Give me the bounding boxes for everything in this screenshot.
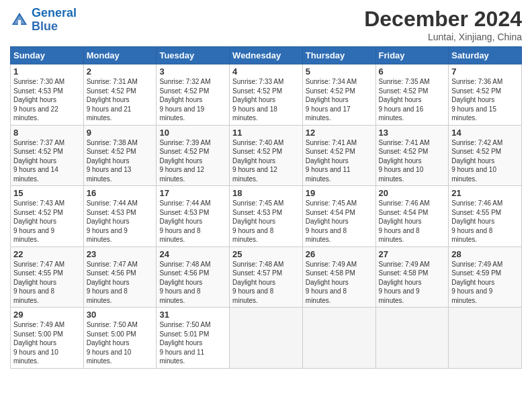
day-number: 21 [451, 188, 519, 198]
calendar-cell: 9 Sunrise: 7:38 AM Sunset: 4:52 PM Dayli… [83, 125, 157, 186]
calendar-week-4: 29 Sunrise: 7:49 AM Sunset: 5:00 PM Dayl… [11, 308, 522, 369]
day-info: Sunrise: 7:49 AM Sunset: 4:59 PM Dayligh… [451, 260, 519, 306]
calendar-cell: 16 Sunrise: 7:44 AM Sunset: 4:53 PM Dayl… [83, 186, 157, 247]
day-number: 28 [451, 249, 519, 259]
calendar-cell: 2 Sunrise: 7:31 AM Sunset: 4:52 PM Dayli… [83, 64, 157, 126]
day-number: 30 [87, 310, 154, 320]
day-info: Sunrise: 7:45 AM Sunset: 4:54 PM Dayligh… [306, 199, 373, 244]
col-friday: Friday [375, 47, 449, 64]
calendar-cell: 27 Sunrise: 7:49 AM Sunset: 4:58 PM Dayl… [375, 246, 449, 308]
calendar-cell: 3 Sunrise: 7:32 AM Sunset: 4:52 PM Dayli… [157, 64, 230, 126]
calendar-cell: 23 Sunrise: 7:47 AM Sunset: 4:56 PM Dayl… [83, 246, 157, 308]
logo-general: General [32, 6, 77, 19]
logo-icon [10, 11, 29, 30]
calendar-table: Sunday Monday Tuesday Wednesday Thursday… [10, 46, 522, 369]
day-number: 11 [232, 128, 300, 138]
day-number: 20 [379, 188, 446, 198]
calendar-cell: 6 Sunrise: 7:35 AM Sunset: 4:52 PM Dayli… [375, 64, 449, 126]
day-number: 29 [13, 310, 81, 320]
day-number: 3 [159, 66, 226, 77]
day-info: Sunrise: 7:38 AM Sunset: 4:52 PM Dayligh… [87, 138, 154, 184]
day-info: Sunrise: 7:42 AM Sunset: 4:52 PM Dayligh… [451, 138, 519, 184]
day-info: Sunrise: 7:40 AM Sunset: 4:52 PM Dayligh… [232, 138, 300, 184]
calendar-cell: 4 Sunrise: 7:33 AM Sunset: 4:52 PM Dayli… [230, 64, 303, 126]
day-info: Sunrise: 7:34 AM Sunset: 4:52 PM Dayligh… [306, 77, 373, 123]
col-sunday: Sunday [11, 47, 84, 64]
calendar-cell: 11 Sunrise: 7:40 AM Sunset: 4:52 PM Dayl… [230, 125, 303, 186]
col-saturday: Saturday [449, 47, 522, 64]
day-number: 27 [379, 249, 446, 259]
day-number: 6 [379, 66, 446, 77]
day-info: Sunrise: 7:44 AM Sunset: 4:53 PM Dayligh… [159, 199, 226, 244]
logo-blue: Blue [32, 19, 58, 33]
day-info: Sunrise: 7:48 AM Sunset: 4:57 PM Dayligh… [232, 260, 300, 306]
day-info: Sunrise: 7:49 AM Sunset: 4:58 PM Dayligh… [379, 260, 446, 306]
day-info: Sunrise: 7:47 AM Sunset: 4:55 PM Dayligh… [13, 260, 81, 306]
day-info: Sunrise: 7:39 AM Sunset: 4:52 PM Dayligh… [159, 138, 226, 184]
day-number: 12 [306, 128, 373, 138]
day-number: 18 [232, 188, 300, 198]
day-info: Sunrise: 7:46 AM Sunset: 4:55 PM Dayligh… [451, 199, 519, 244]
day-number: 22 [13, 249, 81, 259]
logo-text: General Blue [32, 7, 77, 34]
calendar-cell [375, 308, 449, 369]
svg-rect-2 [18, 20, 21, 25]
day-info: Sunrise: 7:37 AM Sunset: 4:52 PM Dayligh… [13, 138, 81, 184]
col-tuesday: Tuesday [157, 47, 230, 64]
day-info: Sunrise: 7:47 AM Sunset: 4:56 PM Dayligh… [87, 260, 154, 306]
header: General Blue December 2024 Luntai, Xinji… [10, 7, 522, 42]
day-number: 4 [232, 66, 300, 77]
calendar-cell: 18 Sunrise: 7:45 AM Sunset: 4:53 PM Dayl… [230, 186, 303, 247]
calendar-cell [449, 308, 522, 369]
calendar-cell: 8 Sunrise: 7:37 AM Sunset: 4:52 PM Dayli… [11, 125, 84, 186]
day-info: Sunrise: 7:46 AM Sunset: 4:54 PM Dayligh… [379, 199, 446, 244]
calendar-cell: 20 Sunrise: 7:46 AM Sunset: 4:54 PM Dayl… [375, 186, 449, 247]
calendar-cell: 12 Sunrise: 7:41 AM Sunset: 4:52 PM Dayl… [302, 125, 375, 186]
calendar-cell: 22 Sunrise: 7:47 AM Sunset: 4:55 PM Dayl… [11, 246, 84, 308]
col-thursday: Thursday [302, 47, 375, 64]
day-info: Sunrise: 7:50 AM Sunset: 5:01 PM Dayligh… [159, 320, 226, 366]
logo: General Blue [10, 7, 77, 34]
day-number: 26 [306, 249, 373, 259]
calendar-cell: 7 Sunrise: 7:36 AM Sunset: 4:52 PM Dayli… [449, 64, 522, 126]
calendar-cell: 15 Sunrise: 7:43 AM Sunset: 4:52 PM Dayl… [11, 186, 84, 247]
day-info: Sunrise: 7:30 AM Sunset: 4:53 PM Dayligh… [13, 77, 81, 123]
day-info: Sunrise: 7:35 AM Sunset: 4:52 PM Dayligh… [379, 77, 446, 123]
day-number: 23 [87, 249, 154, 259]
calendar-week-2: 15 Sunrise: 7:43 AM Sunset: 4:52 PM Dayl… [11, 186, 522, 247]
day-info: Sunrise: 7:45 AM Sunset: 4:53 PM Dayligh… [232, 199, 300, 244]
title-block: December 2024 Luntai, Xinjiang, China [364, 7, 522, 42]
day-info: Sunrise: 7:43 AM Sunset: 4:52 PM Dayligh… [13, 199, 81, 244]
location: Luntai, Xinjiang, China [364, 32, 522, 42]
calendar-cell: 26 Sunrise: 7:49 AM Sunset: 4:58 PM Dayl… [302, 246, 375, 308]
calendar-cell: 29 Sunrise: 7:49 AM Sunset: 5:00 PM Dayl… [11, 308, 84, 369]
day-number: 14 [451, 128, 519, 138]
calendar-week-1: 8 Sunrise: 7:37 AM Sunset: 4:52 PM Dayli… [11, 125, 522, 186]
day-info: Sunrise: 7:36 AM Sunset: 4:52 PM Dayligh… [451, 77, 519, 123]
day-info: Sunrise: 7:41 AM Sunset: 4:52 PM Dayligh… [379, 138, 446, 184]
calendar-header-row: Sunday Monday Tuesday Wednesday Thursday… [11, 47, 522, 64]
day-number: 13 [379, 128, 446, 138]
day-number: 1 [13, 66, 81, 77]
day-info: Sunrise: 7:41 AM Sunset: 4:52 PM Dayligh… [306, 138, 373, 184]
calendar-cell: 31 Sunrise: 7:50 AM Sunset: 5:01 PM Dayl… [157, 308, 230, 369]
day-number: 17 [159, 188, 226, 198]
calendar-cell [230, 308, 303, 369]
calendar-cell: 19 Sunrise: 7:45 AM Sunset: 4:54 PM Dayl… [302, 186, 375, 247]
day-number: 9 [87, 128, 154, 138]
day-info: Sunrise: 7:32 AM Sunset: 4:52 PM Dayligh… [159, 77, 226, 123]
calendar-cell: 17 Sunrise: 7:44 AM Sunset: 4:53 PM Dayl… [157, 186, 230, 247]
calendar-cell: 24 Sunrise: 7:48 AM Sunset: 4:56 PM Dayl… [157, 246, 230, 308]
day-number: 8 [13, 128, 81, 138]
calendar-cell: 28 Sunrise: 7:49 AM Sunset: 4:59 PM Dayl… [449, 246, 522, 308]
day-info: Sunrise: 7:50 AM Sunset: 5:00 PM Dayligh… [87, 320, 154, 366]
day-info: Sunrise: 7:48 AM Sunset: 4:56 PM Dayligh… [159, 260, 226, 306]
calendar-week-0: 1 Sunrise: 7:30 AM Sunset: 4:53 PM Dayli… [11, 64, 522, 126]
calendar-cell: 5 Sunrise: 7:34 AM Sunset: 4:52 PM Dayli… [302, 64, 375, 126]
calendar-week-3: 22 Sunrise: 7:47 AM Sunset: 4:55 PM Dayl… [11, 246, 522, 308]
day-info: Sunrise: 7:33 AM Sunset: 4:52 PM Dayligh… [232, 77, 300, 123]
day-number: 31 [159, 310, 226, 320]
col-monday: Monday [83, 47, 157, 64]
day-number: 16 [87, 188, 154, 198]
day-number: 10 [159, 128, 226, 138]
